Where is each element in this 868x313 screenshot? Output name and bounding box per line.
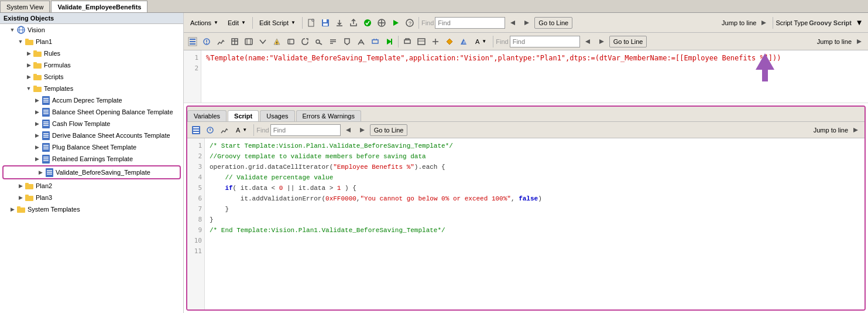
tb2-icon16[interactable] [401, 35, 414, 48]
new-doc-button[interactable] [305, 16, 318, 29]
tb2-icon3[interactable] [214, 35, 227, 48]
tree-item-plan2[interactable]: ▶ Plan2 [0, 180, 183, 192]
tb2-color-dropdown[interactable]: A ▼ [471, 35, 490, 49]
upload-button[interactable] [347, 16, 360, 29]
download-button[interactable] [333, 16, 346, 29]
bottom-line-numbers: 1 2 3 4 5 6 7 8 9 10 11 [187, 138, 205, 309]
toolbar-sep-3 [418, 17, 419, 29]
bottom-code-content[interactable]: /* Start Template:Vision.Plan1.Validate_… [205, 138, 864, 309]
tb2-icon18[interactable] [429, 35, 442, 48]
find2-next-btn[interactable] [595, 35, 608, 48]
tb2-icon7[interactable] [270, 35, 283, 48]
jump-to-line2-button[interactable] [853, 35, 866, 48]
goto-line2-button[interactable]: Go to Line [609, 36, 647, 47]
tree-item-rules[interactable]: ▶ Rules [0, 47, 183, 59]
tb2-icon5[interactable] [242, 35, 255, 48]
tree-toggle-vision[interactable]: ▼ [8, 26, 16, 34]
bt-icon1[interactable] [190, 124, 203, 137]
tree-toggle-accum[interactable]: ▶ [33, 96, 41, 104]
bt-find-input[interactable] [270, 124, 341, 136]
tree-toggle-plan1[interactable]: ▼ [16, 38, 25, 46]
find-prev-button[interactable] [506, 16, 519, 29]
edit-button[interactable]: Edit ▼ [224, 16, 250, 30]
tree-toggle-templates[interactable]: ▼ [25, 84, 33, 93]
tb2-icon10[interactable] [313, 35, 325, 48]
bt-icon3[interactable] [218, 124, 231, 137]
tree-item-plan3[interactable]: ▶ Plan3 [0, 192, 183, 203]
tb2-icon8[interactable] [284, 35, 297, 48]
tab-variables[interactable]: Variables [187, 110, 227, 121]
bt-jump-button[interactable] [849, 124, 862, 137]
find-input[interactable] [435, 17, 505, 29]
validate-button[interactable] [375, 16, 388, 29]
tb2-icon19[interactable] [443, 35, 456, 48]
bt-goto-line-button[interactable]: Go to Line [370, 124, 408, 136]
svg-marker-61 [761, 21, 766, 25]
tree-toggle-validate-template[interactable]: ▶ [36, 168, 44, 176]
jump-to-line-button[interactable] [757, 16, 770, 29]
tb2-icon12[interactable] [341, 35, 354, 48]
tree-item-retained-earnings[interactable]: ▶ Retained Earnings Template [0, 153, 183, 165]
tb2-icon11[interactable] [327, 35, 339, 48]
tb2-icon13[interactable] [355, 35, 368, 48]
tree-item-validate-template[interactable]: ▶ Validate_BeforeSaving_Template [2, 165, 181, 179]
check-button[interactable] [361, 16, 374, 29]
tb2-icon2[interactable] [200, 35, 213, 48]
tree-item-scripts[interactable]: ▶ Scripts [0, 71, 183, 83]
run-button[interactable] [389, 16, 402, 29]
tree-toggle-rules[interactable]: ▶ [25, 49, 33, 57]
tb2-icon14[interactable] [369, 35, 382, 48]
tree-toggle-scripts[interactable]: ▶ [25, 73, 33, 81]
actions-button[interactable]: Actions ▼ [186, 16, 222, 30]
arrow-head [756, 53, 774, 70]
tb2-icon4[interactable] [228, 35, 241, 48]
bt-find-prev[interactable] [342, 124, 355, 137]
tb2-icon15[interactable] [383, 35, 396, 48]
tree-item-vision[interactable]: ▼ Vision [0, 24, 183, 36]
tree-item-plug-balance[interactable]: ▶ Plug Balance Sheet Template [0, 141, 183, 153]
tree-toggle-plan3[interactable]: ▶ [16, 193, 25, 202]
tree-item-accum[interactable]: ▶ Accum Deprec Template [0, 94, 183, 106]
tree-toggle-balance-opening[interactable]: ▶ [33, 108, 41, 116]
goto-line-button[interactable]: Go to Line [534, 17, 572, 29]
bt-code-line-8: } [210, 215, 860, 225]
tree-item-formulas[interactable]: ▶ Formulas [0, 59, 183, 71]
tree-item-templates[interactable]: ▼ Templates [0, 83, 183, 94]
tree-item-cash-flow[interactable]: ▶ Cash Flow Template [0, 118, 183, 130]
tab-system-view[interactable]: System View [0, 1, 50, 12]
tb2-icon6[interactable] [256, 35, 269, 48]
sidebar-header: Existing Objects [0, 13, 183, 24]
find-next-button[interactable] [520, 16, 533, 29]
tab-validate[interactable]: Validate_EmployeeBenefits [51, 1, 147, 12]
edit-script-button[interactable]: Edit Script ▼ [255, 16, 300, 30]
tree-label-plan1: Plan1 [36, 38, 52, 45]
find2-input[interactable] [510, 36, 580, 47]
save-button[interactable] [319, 16, 332, 29]
bt-find-next[interactable] [356, 124, 369, 137]
tree-toggle-cash-flow[interactable]: ▶ [33, 120, 41, 128]
tb2-icon1[interactable] [186, 35, 199, 48]
tree-toggle-derive-balance[interactable]: ▶ [33, 131, 41, 140]
tab-script[interactable]: Script [228, 110, 259, 121]
tree-item-balance-opening[interactable]: ▶ Balance Sheet Opening Balance Template [0, 106, 183, 118]
script-type-dropdown-button[interactable]: ▼ [853, 16, 866, 29]
bt-icon2[interactable] [204, 124, 217, 137]
tree-item-system-templates[interactable]: ▶ System Templates [0, 203, 183, 215]
tree-toggle-plug-balance[interactable]: ▶ [33, 143, 41, 151]
bt-color-btn[interactable]: A ▼ [232, 123, 251, 137]
tree-toggle-system-templates[interactable]: ▶ [8, 205, 16, 213]
tb2-icon17[interactable] [415, 35, 428, 48]
svg-text:?: ? [409, 21, 411, 26]
tree-toggle-formulas[interactable]: ▶ [25, 61, 33, 69]
tb2-icon20[interactable]: A [457, 35, 470, 48]
tree-toggle-plan2[interactable]: ▶ [16, 182, 25, 190]
tree-item-derive-balance[interactable]: ▶ Derive Balance Sheet Accounts Template [0, 130, 183, 141]
tb2-icon9[interactable] [299, 35, 311, 48]
help-button[interactable]: ? [403, 16, 416, 29]
tree-item-plan1[interactable]: ▼ Plan1 [0, 36, 183, 47]
tab-errors-warnings[interactable]: Errors & Warnings [296, 110, 361, 121]
find2-prev-btn[interactable] [581, 35, 594, 48]
tree-toggle-retained-earnings[interactable]: ▶ [33, 155, 41, 163]
svg-text:A: A [463, 40, 466, 45]
tab-usages[interactable]: Usages [260, 110, 294, 121]
